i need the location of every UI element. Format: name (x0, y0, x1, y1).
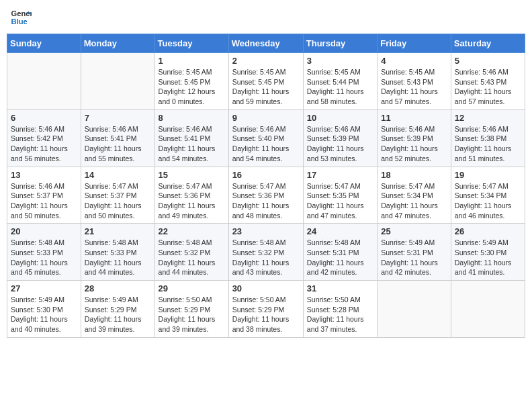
day-number: 2 (232, 56, 300, 66)
day-number: 17 (307, 170, 373, 180)
day-info: Sunrise: 5:46 AM Sunset: 5:41 PM Dayligh… (159, 124, 225, 164)
calendar-cell: 1Sunrise: 5:45 AM Sunset: 5:45 PM Daylig… (154, 53, 228, 110)
day-info: Sunrise: 5:48 AM Sunset: 5:32 PM Dayligh… (232, 238, 300, 277)
calendar-cell: 29Sunrise: 5:50 AM Sunset: 5:29 PM Dayli… (154, 281, 228, 338)
day-info: Sunrise: 5:48 AM Sunset: 5:32 PM Dayligh… (159, 238, 225, 277)
day-number: 8 (159, 113, 225, 123)
day-number: 29 (159, 283, 225, 293)
day-info: Sunrise: 5:48 AM Sunset: 5:33 PM Dayligh… (85, 238, 151, 277)
calendar-cell: 25Sunrise: 5:49 AM Sunset: 5:31 PM Dayli… (378, 224, 451, 281)
calendar-cell: 28Sunrise: 5:49 AM Sunset: 5:29 PM Dayli… (81, 281, 154, 338)
calendar-cell: 6Sunrise: 5:46 AM Sunset: 5:42 PM Daylig… (7, 109, 81, 167)
calendar-table: SundayMondayTuesdayWednesdayThursdayFrid… (7, 34, 525, 338)
weekday-header-saturday: Saturday (451, 34, 525, 53)
calendar-cell: 2Sunrise: 5:45 AM Sunset: 5:45 PM Daylig… (228, 53, 303, 110)
calendar-cell: 4Sunrise: 5:45 AM Sunset: 5:43 PM Daylig… (378, 53, 451, 110)
day-number: 1 (159, 56, 225, 66)
day-number: 31 (307, 283, 373, 293)
day-number: 22 (159, 226, 225, 236)
weekday-header-sunday: Sunday (7, 34, 81, 53)
page-header: General Blue (7, 7, 525, 28)
day-number: 25 (381, 226, 447, 236)
day-info: Sunrise: 5:49 AM Sunset: 5:30 PM Dayligh… (11, 295, 77, 334)
day-number: 7 (85, 113, 151, 123)
weekday-header-monday: Monday (81, 34, 154, 53)
day-number: 20 (11, 226, 77, 236)
day-number: 13 (11, 170, 77, 180)
calendar-cell: 24Sunrise: 5:48 AM Sunset: 5:31 PM Dayli… (303, 224, 377, 281)
day-info: Sunrise: 5:46 AM Sunset: 5:38 PM Dayligh… (455, 124, 521, 164)
calendar-cell: 19Sunrise: 5:47 AM Sunset: 5:34 PM Dayli… (451, 167, 525, 224)
day-info: Sunrise: 5:46 AM Sunset: 5:37 PM Dayligh… (11, 181, 77, 221)
calendar-cell: 27Sunrise: 5:49 AM Sunset: 5:30 PM Dayli… (7, 281, 81, 338)
day-info: Sunrise: 5:47 AM Sunset: 5:34 PM Dayligh… (455, 181, 521, 221)
day-number: 12 (455, 113, 521, 123)
calendar-cell: 3Sunrise: 5:45 AM Sunset: 5:44 PM Daylig… (303, 53, 377, 110)
calendar-cell: 21Sunrise: 5:48 AM Sunset: 5:33 PM Dayli… (81, 224, 154, 281)
weekday-header-wednesday: Wednesday (228, 34, 303, 53)
day-number: 3 (307, 56, 373, 66)
day-number: 21 (85, 226, 151, 236)
day-number: 5 (455, 56, 521, 66)
day-info: Sunrise: 5:48 AM Sunset: 5:33 PM Dayligh… (11, 238, 77, 277)
day-info: Sunrise: 5:47 AM Sunset: 5:35 PM Dayligh… (307, 181, 373, 221)
calendar-cell: 7Sunrise: 5:46 AM Sunset: 5:41 PM Daylig… (81, 109, 154, 167)
day-number: 27 (11, 283, 77, 293)
day-info: Sunrise: 5:45 AM Sunset: 5:45 PM Dayligh… (159, 67, 225, 107)
day-number: 30 (232, 283, 300, 293)
day-info: Sunrise: 5:48 AM Sunset: 5:31 PM Dayligh… (307, 238, 373, 277)
svg-text:Blue: Blue (11, 17, 28, 26)
calendar-cell: 23Sunrise: 5:48 AM Sunset: 5:32 PM Dayli… (228, 224, 303, 281)
day-info: Sunrise: 5:46 AM Sunset: 5:42 PM Dayligh… (11, 124, 77, 164)
day-info: Sunrise: 5:45 AM Sunset: 5:43 PM Dayligh… (381, 67, 447, 107)
calendar-cell (378, 281, 451, 338)
calendar-cell: 12Sunrise: 5:46 AM Sunset: 5:38 PM Dayli… (451, 109, 525, 167)
calendar-cell: 18Sunrise: 5:47 AM Sunset: 5:34 PM Dayli… (378, 167, 451, 224)
calendar-cell: 8Sunrise: 5:46 AM Sunset: 5:41 PM Daylig… (154, 109, 228, 167)
day-number: 26 (455, 226, 521, 236)
day-info: Sunrise: 5:46 AM Sunset: 5:40 PM Dayligh… (232, 124, 300, 164)
weekday-header-friday: Friday (378, 34, 451, 53)
logo: General Blue (10, 7, 32, 28)
calendar-cell (451, 281, 525, 338)
logo-icon: General Blue (10, 7, 32, 28)
calendar-cell: 10Sunrise: 5:46 AM Sunset: 5:39 PM Dayli… (303, 109, 377, 167)
calendar-cell: 17Sunrise: 5:47 AM Sunset: 5:35 PM Dayli… (303, 167, 377, 224)
day-info: Sunrise: 5:47 AM Sunset: 5:36 PM Dayligh… (159, 181, 225, 221)
day-info: Sunrise: 5:49 AM Sunset: 5:30 PM Dayligh… (455, 238, 521, 277)
calendar-cell: 31Sunrise: 5:50 AM Sunset: 5:28 PM Dayli… (303, 281, 377, 338)
day-info: Sunrise: 5:47 AM Sunset: 5:34 PM Dayligh… (381, 181, 447, 221)
calendar-cell: 14Sunrise: 5:47 AM Sunset: 5:37 PM Dayli… (81, 167, 154, 224)
day-number: 23 (232, 226, 300, 236)
day-info: Sunrise: 5:46 AM Sunset: 5:43 PM Dayligh… (455, 67, 521, 107)
day-info: Sunrise: 5:47 AM Sunset: 5:36 PM Dayligh… (232, 181, 300, 221)
calendar-cell: 11Sunrise: 5:46 AM Sunset: 5:39 PM Dayli… (378, 109, 451, 167)
day-info: Sunrise: 5:46 AM Sunset: 5:39 PM Dayligh… (381, 124, 447, 164)
day-number: 18 (381, 170, 447, 180)
day-info: Sunrise: 5:46 AM Sunset: 5:39 PM Dayligh… (307, 124, 373, 164)
day-number: 11 (381, 113, 447, 123)
day-info: Sunrise: 5:47 AM Sunset: 5:37 PM Dayligh… (85, 181, 151, 221)
calendar-cell: 15Sunrise: 5:47 AM Sunset: 5:36 PM Dayli… (154, 167, 228, 224)
day-number: 28 (85, 283, 151, 293)
day-number: 10 (307, 113, 373, 123)
calendar-cell (81, 53, 154, 110)
day-number: 9 (232, 113, 300, 123)
day-info: Sunrise: 5:50 AM Sunset: 5:29 PM Dayligh… (232, 295, 300, 334)
weekday-header-tuesday: Tuesday (154, 34, 228, 53)
day-number: 16 (232, 170, 300, 180)
calendar-cell: 13Sunrise: 5:46 AM Sunset: 5:37 PM Dayli… (7, 167, 81, 224)
calendar-cell: 26Sunrise: 5:49 AM Sunset: 5:30 PM Dayli… (451, 224, 525, 281)
calendar-cell: 22Sunrise: 5:48 AM Sunset: 5:32 PM Dayli… (154, 224, 228, 281)
calendar-cell (7, 53, 81, 110)
calendar-cell: 5Sunrise: 5:46 AM Sunset: 5:43 PM Daylig… (451, 53, 525, 110)
day-number: 6 (11, 113, 77, 123)
day-info: Sunrise: 5:45 AM Sunset: 5:45 PM Dayligh… (232, 67, 300, 107)
calendar-cell: 30Sunrise: 5:50 AM Sunset: 5:29 PM Dayli… (228, 281, 303, 338)
day-number: 4 (381, 56, 447, 66)
day-info: Sunrise: 5:49 AM Sunset: 5:31 PM Dayligh… (381, 238, 447, 277)
calendar-cell: 20Sunrise: 5:48 AM Sunset: 5:33 PM Dayli… (7, 224, 81, 281)
calendar-cell: 16Sunrise: 5:47 AM Sunset: 5:36 PM Dayli… (228, 167, 303, 224)
day-number: 19 (455, 170, 521, 180)
day-number: 24 (307, 226, 373, 236)
